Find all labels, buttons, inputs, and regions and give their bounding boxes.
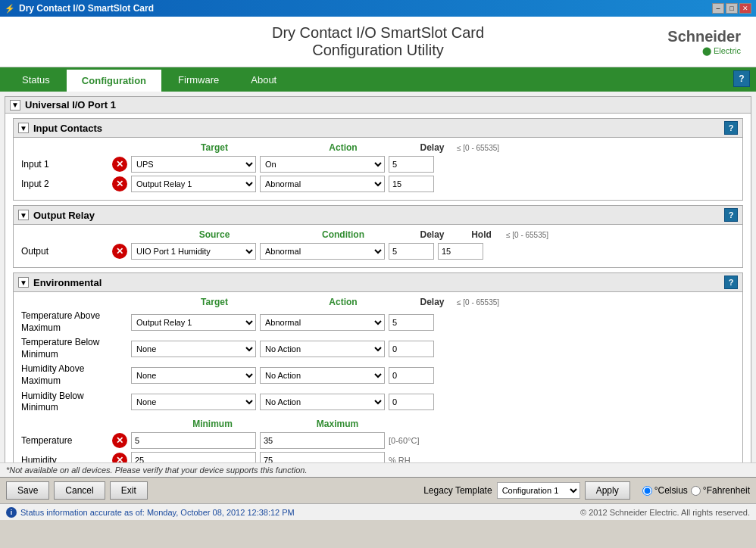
humidity-below-action[interactable]: No Action Abnormal [260,394,385,410]
limits-min-header: Minimum [150,419,275,429]
help-button[interactable]: ? [733,70,750,87]
app-title-line2: Configuration Utility [312,42,443,58]
footer-note-text: *Not available on all devices. Please ve… [6,465,307,475]
input-contacts-toggle[interactable]: ▼ [18,123,29,133]
output-relay-content: Source Condition Delay Hold ≤ [0 - 65535… [14,225,742,267]
humidity-above-action[interactable]: No Action Abnormal [260,367,385,384]
or-delay-header: Delay [408,229,457,240]
temp-unit-group: °Celsius °Fahrenheit [642,485,750,496]
info-icon: i [6,507,17,518]
universal-io-title: Universal I/O Port 1 [25,99,116,111]
save-button[interactable]: Save [6,481,49,500]
humidity-above-row: Humidity AboveMaximum None Output Relay … [21,363,735,387]
legacy-template-group: Legacy Template Configuration 1 Configur… [423,481,630,500]
humidity-below-delay[interactable] [389,394,434,410]
temp-above-action[interactable]: Abnormal No Action On Off [260,314,385,331]
environmental-header: ▼ Environmental ? [14,273,742,292]
celsius-group: °Celsius [642,485,688,496]
fahrenheit-radio[interactable] [691,486,701,496]
app-title: Dry Contact I/O SmartSlot Card Configura… [197,24,560,59]
input-1-error: ✕ [112,157,127,172]
input-contacts-section: ▼ Input Contacts ? Target Action Delay ≤… [13,118,743,201]
temp-below-delay[interactable] [389,341,434,357]
legacy-template-select[interactable]: Configuration 1 Configuration 2 [497,482,580,499]
environmental-section: ▼ Environmental ? Target Action Delay ≤ … [13,272,743,462]
title-bar-left: ⚡ Dry Contact I/O SmartSlot Card [5,3,154,14]
output-relay-toggle[interactable]: ▼ [18,210,29,220]
input-1-delay[interactable] [389,156,434,173]
temp-max[interactable] [260,432,385,449]
environmental-help[interactable]: ? [724,276,738,289]
celsius-label[interactable]: °Celsius [654,485,688,496]
input-2-delay[interactable] [389,176,434,192]
input-contacts-title: Input Contacts [33,123,102,134]
humidity-above-target[interactable]: None Output Relay 1 [131,367,256,384]
output-hold[interactable] [438,243,483,260]
footer-buttons: Save Cancel Exit Legacy Template Configu… [0,477,756,503]
status-text: Status information accurate as of: Monda… [20,508,295,517]
output-source[interactable]: UIO Port 1 Humidity UIO Port 1 Temperatu… [131,243,256,260]
fahrenheit-group: °Fahrenheit [691,485,750,496]
humidity-below-row: Humidity BelowMinimum None Output Relay … [21,391,735,414]
temp-above-target[interactable]: Output Relay 1 None UPS [131,314,256,331]
temp-below-target[interactable]: None Output Relay 1 UPS [131,341,256,357]
environmental-title: Environmental [33,277,102,288]
ic-action-header: Action [279,142,408,153]
temp-range-hint: [0-60°C] [389,436,419,445]
minimize-button[interactable]: – [712,3,724,14]
input-contacts-header: ▼ Input Contacts ? [14,119,742,138]
temp-below-label: Temperature BelowMinimum [21,337,131,360]
or-condition-header: Condition [279,229,408,240]
humidity-below-target[interactable]: None Output Relay 1 [131,394,256,410]
temp-limits-row: Temperature ✕ [0-60°C] [21,432,735,449]
tab-firmware[interactable]: Firmware [162,67,235,92]
cancel-button[interactable]: Cancel [54,481,105,500]
tab-configuration[interactable]: Configuration [66,69,162,92]
input-1-label: Input 1 [21,159,112,170]
title-bar: ⚡ Dry Contact I/O SmartSlot Card – □ ✕ [0,0,756,17]
universal-io-content: ▼ Input Contacts ? Target Action Delay ≤… [5,114,751,462]
input-2-row: Input 2 ✕ UPS Output Relay 1 None On [21,176,735,192]
temp-above-delay[interactable] [389,314,434,331]
output-relay-help[interactable]: ? [724,208,738,222]
celsius-radio[interactable] [642,486,652,496]
apply-button[interactable]: Apply [585,481,630,500]
exit-button[interactable]: Exit [110,481,148,500]
universal-io-toggle[interactable]: ▼ [10,100,20,111]
environmental-toggle[interactable]: ▼ [18,277,29,288]
input-1-target[interactable]: UPS Output Relay 1 None [131,156,256,173]
tab-about[interactable]: About [235,67,292,92]
temp-min[interactable] [131,432,256,449]
logo-name: Schneider [667,28,741,45]
env-range-header: ≤ [0 - 65535] [457,298,499,307]
humidity-above-label: Humidity AboveMaximum [21,363,131,387]
output-condition[interactable]: Abnormal Normal High Low [260,243,385,260]
env-target-header: Target [150,297,279,307]
fahrenheit-label[interactable]: °Fahrenheit [703,485,750,496]
input-2-target[interactable]: UPS Output Relay 1 None [131,176,256,192]
temp-below-action[interactable]: Abnormal No Action On [260,341,385,357]
humidity-min[interactable] [131,452,256,462]
humidity-limits-label: Humidity [21,455,112,462]
humidity-above-delay[interactable] [389,367,434,384]
humidity-range-hint: % RH [389,456,411,462]
input-contacts-help[interactable]: ? [724,121,738,135]
output-relay-title: Output Relay [33,210,95,221]
title-bar-title: Dry Contact I/O SmartSlot Card [19,3,154,14]
close-button[interactable]: ✕ [739,3,751,14]
input-1-action[interactable]: On Off Abnormal No Action [260,156,385,173]
ic-range-header: ≤ [0 - 65535] [457,144,499,152]
humidity-max[interactable] [260,452,385,462]
tab-status[interactable]: Status [6,67,66,92]
output-label: Output [21,246,112,257]
input-2-action[interactable]: On Abnormal No Action [260,176,385,192]
title-bar-buttons: – □ ✕ [712,3,751,14]
environmental-content: Target Action Delay ≤ [0 - 65535] Temper… [14,292,742,462]
or-hold-header: Hold [457,229,506,240]
input-2-error: ✕ [112,176,127,191]
maximize-button[interactable]: □ [726,3,738,14]
universal-io-section: ▼ Universal I/O Port 1 ▼ Input Contacts … [5,96,751,462]
env-action-header: Action [279,297,408,307]
temp-limits-error: ✕ [112,433,127,448]
output-delay[interactable] [389,243,434,260]
